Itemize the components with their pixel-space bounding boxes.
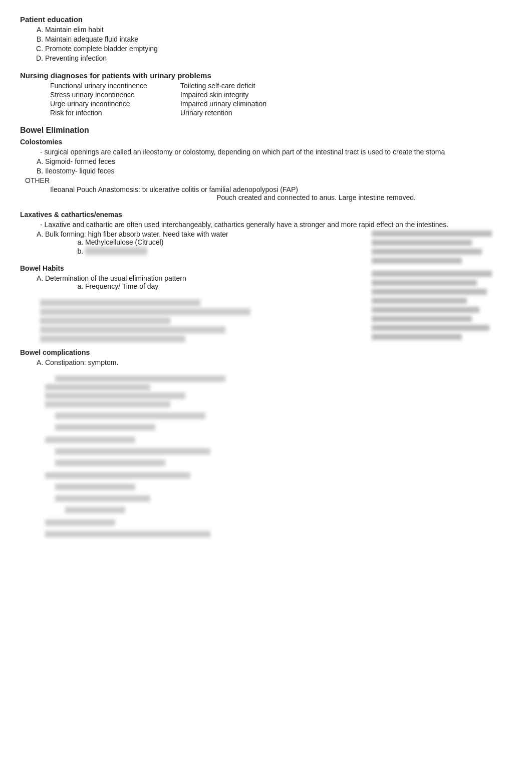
laxatives-dash: Laxative and cathartic are often used in… [40, 221, 512, 229]
blurred-region-2 [40, 375, 512, 540]
colostomies-bullet: surgical openings are called an ileostom… [40, 148, 512, 156]
bowel-complications-section: Bowel complications Constipation: sympto… [20, 348, 512, 366]
table-cell: Stress urinary incontinence [50, 91, 180, 99]
table-row: Urge urinary incontinence Impaired urina… [50, 100, 512, 108]
table-row: Functional urinary incontinence Toiletin… [50, 82, 512, 90]
list-item: Preventing infection [45, 54, 512, 62]
bowel-complications-list: Constipation: symptom. [45, 358, 512, 366]
table-row: Stress urinary incontinence Impaired ski… [50, 91, 512, 99]
table-cell: Impaired urinary elimination [180, 100, 311, 108]
colostomies-title: Colostomies [20, 138, 512, 146]
list-item: Maintain elim habit [45, 26, 512, 34]
bowel-elimination-title: Bowel Elimination [20, 126, 512, 135]
table-cell: Toileting self-care deficit [180, 82, 311, 90]
other-text1: Ileoanal Pouch Anastomosis: tx ulcerativ… [50, 185, 512, 193]
table-cell: Urinary retention [180, 109, 311, 117]
patient-education-list: Maintain elim habit Maintain adequate fl… [45, 26, 512, 62]
bowel-complications-title: Bowel complications [20, 348, 512, 356]
patient-education-title: Patient education [20, 15, 512, 24]
table-cell: Risk for infection [50, 109, 180, 117]
list-item: Ileostomy- liquid feces [45, 167, 512, 175]
nursing-diagnoses-title: Nursing diagnoses for patients with urin… [20, 71, 512, 80]
list-item: Promote complete bladder emptying [45, 45, 512, 53]
list-item: Constipation: symptom. [45, 358, 512, 366]
other-label: OTHER [25, 176, 512, 184]
table-cell: Impaired skin integrity [180, 91, 311, 99]
patient-education-section: Patient education Maintain elim habit Ma… [20, 15, 512, 62]
table-row: Risk for infection Urinary retention [50, 109, 512, 117]
table-cell: Urge urinary incontinence [50, 100, 180, 108]
table-cell: Functional urinary incontinence [50, 82, 180, 90]
colostomies-section: Colostomies surgical openings are called… [20, 138, 512, 202]
laxatives-title: Laxatives & cathartics/enemas [20, 211, 512, 219]
list-item: Maintain adequate fluid intake [45, 35, 512, 43]
nursing-diagnoses-section: Nursing diagnoses for patients with urin… [20, 71, 512, 117]
list-item: Sigmoid- formed feces [45, 157, 512, 165]
colostomies-list: Sigmoid- formed feces Ileostomy- liquid … [45, 157, 512, 175]
other-text2: Pouch created and connected to anus. Lar… [120, 193, 512, 202]
blurred-right-column [372, 231, 512, 343]
nursing-diagnoses-table: Functional urinary incontinence Toiletin… [50, 82, 512, 117]
